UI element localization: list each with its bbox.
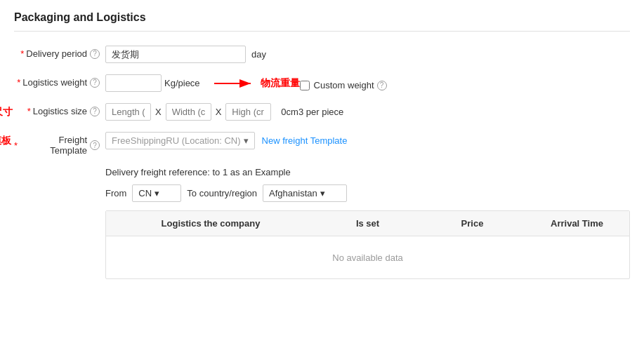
table-header-price: Price bbox=[420, 211, 525, 236]
freight-template-label: * Freight Template ? bbox=[14, 132, 105, 156]
table-body: No available data bbox=[106, 236, 629, 278]
from-chevron-icon: ▾ bbox=[155, 188, 159, 198]
to-country-select[interactable]: Afghanistan ▾ bbox=[263, 184, 347, 202]
from-country-value: CN bbox=[138, 188, 152, 198]
custom-weight-help-icon[interactable]: ? bbox=[377, 81, 387, 90]
freight-template-select[interactable]: FreeShippingRU (Location: CN) ▾ bbox=[105, 132, 255, 149]
logistics-weight-label: * Logistics weight ? bbox=[14, 74, 105, 88]
freight-ref-text: Delivery freight reference: to 1 as an E… bbox=[105, 167, 291, 177]
weight-unit: Kg/piece bbox=[164, 78, 200, 88]
required-star: * bbox=[20, 48, 24, 59]
freight-select-value: FreeShippingRU (Location: CN) bbox=[112, 135, 241, 146]
size-result: 0cm3 per piece bbox=[281, 107, 343, 117]
logistics-weight-control: Kg/piece 物流重量 Custom wei bbox=[105, 74, 630, 92]
no-data-text: No available data bbox=[318, 238, 416, 277]
custom-weight-label: Custom weight bbox=[314, 80, 374, 90]
high-input[interactable] bbox=[225, 103, 271, 121]
section-title: Packaging and Logistics bbox=[14, 11, 630, 32]
freight-annotation: 运费模板 bbox=[0, 135, 11, 147]
to-chevron-icon: ▾ bbox=[320, 188, 325, 198]
required-star-size: * bbox=[27, 106, 31, 116]
table-header-arrival: Arrival Time bbox=[525, 211, 629, 236]
delivery-period-help-icon[interactable]: ? bbox=[90, 49, 100, 59]
size-x-2: X bbox=[214, 107, 223, 117]
logistics-weight-help-icon[interactable]: ? bbox=[90, 78, 100, 88]
logistics-weight-label-text: Logistics weight bbox=[22, 77, 87, 88]
from-to-row: From CN ▾ To country/region Afghanistan … bbox=[105, 184, 630, 202]
length-input[interactable] bbox=[105, 103, 151, 121]
required-star-weight: * bbox=[17, 77, 20, 88]
logistics-size-row: 尺寸 * Logistics size ? X X 0cm3 per piece bbox=[14, 103, 630, 121]
freight-ref-row: Delivery freight reference: to 1 as an E… bbox=[105, 167, 630, 177]
freight-template-label-text: Freight Template bbox=[20, 135, 87, 156]
logistics-weight-input[interactable] bbox=[105, 74, 162, 92]
from-country-select[interactable]: CN ▾ bbox=[132, 184, 181, 202]
table-header-company: Logistics the company bbox=[106, 211, 315, 236]
weight-annotation-text: 物流重量 bbox=[261, 77, 300, 90]
delivery-period-label: * Delivery period ? bbox=[14, 46, 105, 59]
to-label: To country/region bbox=[187, 188, 257, 198]
table-header-is-set: Is set bbox=[315, 211, 420, 236]
size-inputs: X X 0cm3 per piece bbox=[105, 103, 343, 121]
freight-table: Logistics the company Is set Price Arriv… bbox=[105, 210, 630, 279]
delivery-period-label-text: Delivery period bbox=[26, 48, 87, 59]
width-input[interactable] bbox=[166, 103, 211, 121]
required-star-freight: * bbox=[14, 140, 18, 151]
freight-template-help-icon[interactable]: ? bbox=[90, 140, 100, 150]
size-annotation: 尺寸 bbox=[0, 106, 13, 119]
delivery-period-input[interactable] bbox=[105, 46, 246, 63]
custom-weight-checkbox[interactable] bbox=[300, 81, 310, 90]
logistics-size-help-icon[interactable]: ? bbox=[90, 107, 100, 116]
freight-select-wrapper: FreeShippingRU (Location: CN) ▾ New frei… bbox=[105, 132, 347, 149]
new-freight-link[interactable]: New freight Template bbox=[262, 135, 348, 146]
to-country-value: Afghanistan bbox=[269, 188, 317, 198]
delivery-period-control: day bbox=[105, 46, 630, 63]
logistics-size-control: X X 0cm3 per piece bbox=[105, 103, 630, 121]
logistics-size-label: * Logistics size ? bbox=[14, 103, 105, 116]
table-header: Logistics the company Is set Price Arriv… bbox=[106, 211, 629, 236]
delivery-period-row: * Delivery period ? day bbox=[14, 46, 630, 63]
freight-template-row: 运费模板 * Freight Template ? FreeShippingRU… bbox=[14, 132, 630, 156]
from-label: From bbox=[105, 188, 126, 198]
chevron-down-icon: ▾ bbox=[244, 135, 249, 146]
logistics-weight-row: * Logistics weight ? Kg/piece bbox=[14, 74, 630, 92]
freight-template-control: FreeShippingRU (Location: CN) ▾ New frei… bbox=[105, 132, 630, 149]
weight-annotation: 物流重量 bbox=[214, 76, 300, 90]
logistics-size-label-text: Logistics size bbox=[33, 106, 87, 116]
delivery-period-unit: day bbox=[251, 49, 266, 60]
custom-weight-row: Custom weight ? bbox=[300, 80, 387, 90]
size-x-1: X bbox=[154, 107, 163, 117]
